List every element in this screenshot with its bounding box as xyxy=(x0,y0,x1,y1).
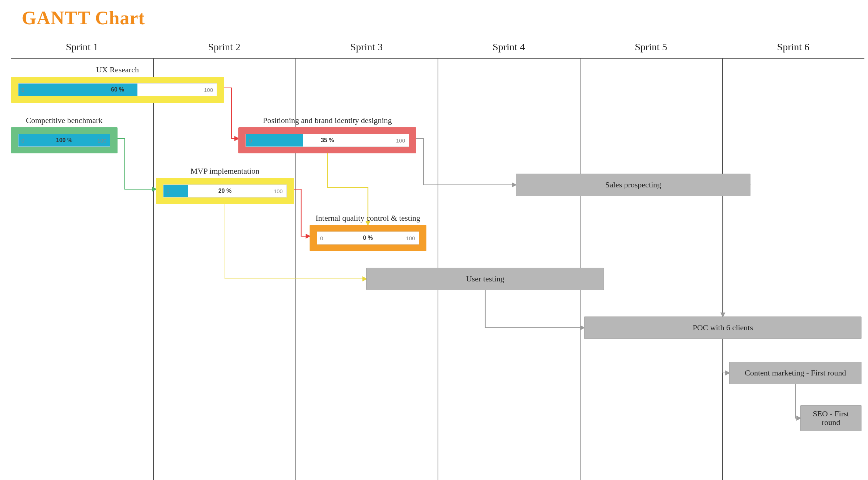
progress-max: 100 xyxy=(406,235,415,241)
column-separator xyxy=(153,58,154,480)
task-sales[interactable]: Sales prospecting xyxy=(516,174,750,196)
task-label: User testing xyxy=(466,274,505,284)
task-label: Positioning and brand identity designing xyxy=(238,116,416,125)
progress-min: 0 xyxy=(166,188,169,194)
sprint-header-2: Sprint 2 xyxy=(153,41,295,53)
progress-max: 100 xyxy=(274,188,283,194)
sprint-header-3: Sprint 3 xyxy=(295,41,438,53)
sprint-header-1: Sprint 1 xyxy=(11,41,153,53)
progress-track: 010060 % xyxy=(18,83,217,96)
progress-value: 60 % xyxy=(111,86,124,93)
sprint-header-5: Sprint 5 xyxy=(580,41,722,53)
task-box: Content marketing - First round xyxy=(729,362,861,384)
progress-max: 100 xyxy=(396,137,405,144)
progress-value: 35 % xyxy=(321,137,334,144)
progress-max: 100 xyxy=(204,87,213,93)
progress-min: 0 xyxy=(21,137,24,144)
task-label: Competitive benchmark xyxy=(11,116,118,125)
task-box: SEO - First round xyxy=(800,405,861,431)
sprint-header-6: Sprint 6 xyxy=(722,41,864,53)
task-box: 010035 % xyxy=(238,127,416,153)
task-label: Content marketing - First round xyxy=(745,368,846,378)
task-qa[interactable]: Internal quality control & testing01000 … xyxy=(310,213,426,251)
progress-min: 0 xyxy=(21,87,24,93)
task-label: Internal quality control & testing xyxy=(310,213,426,223)
progress-track: 0100100 % xyxy=(18,134,110,147)
sprint-header-4: Sprint 4 xyxy=(438,41,580,53)
progress-track: 01000 % xyxy=(317,231,419,245)
task-box: User testing xyxy=(366,268,604,290)
task-label: SEO - First round xyxy=(805,409,857,427)
task-box: 010060 % xyxy=(11,77,224,103)
task-label: POC with 6 clients xyxy=(693,323,753,332)
progress-min: 0 xyxy=(249,137,252,144)
task-seo[interactable]: SEO - First round xyxy=(800,405,861,431)
task-poc[interactable]: POC with 6 clients xyxy=(584,317,861,339)
progress-fill xyxy=(246,134,303,146)
column-separator xyxy=(722,58,723,480)
progress-track: 010035 % xyxy=(246,134,409,147)
gantt-chart: Sprint 1Sprint 2Sprint 3Sprint 4Sprint 5… xyxy=(11,36,864,473)
task-ux[interactable]: UX Research010060 % xyxy=(11,65,224,103)
page-title: GANTT Chart xyxy=(22,7,145,29)
progress-track: 010020 % xyxy=(163,184,287,197)
task-positioning[interactable]: Positioning and brand identity designing… xyxy=(238,116,416,153)
task-content[interactable]: Content marketing - First round xyxy=(729,362,861,384)
task-box: Sales prospecting xyxy=(516,174,750,196)
progress-max: 100 xyxy=(97,137,106,144)
task-box: 0100100 % xyxy=(11,127,118,153)
task-user-testing[interactable]: User testing xyxy=(366,268,604,290)
progress-min: 0 xyxy=(320,235,323,241)
progress-value: 100 % xyxy=(56,137,72,144)
task-box: 010020 % xyxy=(156,178,294,204)
task-label: UX Research xyxy=(11,65,224,75)
task-label: MVP implementation xyxy=(156,166,294,176)
task-box: POC with 6 clients xyxy=(584,317,861,339)
progress-value: 20 % xyxy=(218,188,231,194)
task-label: Sales prospecting xyxy=(605,180,661,190)
task-box: 01000 % xyxy=(310,225,426,251)
task-mvp[interactable]: MVP implementation010020 % xyxy=(156,166,294,204)
progress-value: 0 % xyxy=(363,235,373,241)
task-benchmark[interactable]: Competitive benchmark0100100 % xyxy=(11,116,118,153)
